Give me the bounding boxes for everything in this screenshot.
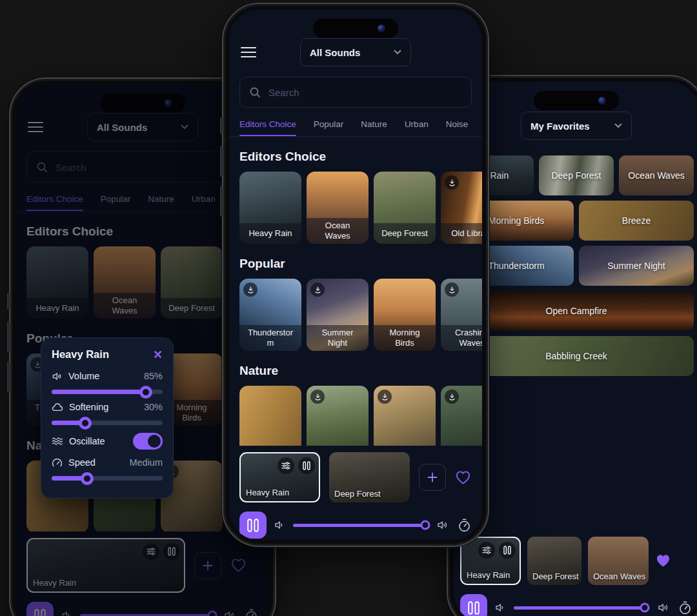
download-badge[interactable] [310, 283, 325, 297]
volume-knob[interactable] [420, 521, 430, 530]
search-bar[interactable] [239, 77, 472, 108]
active-sound-card[interactable]: Deep Forest [329, 452, 410, 502]
sound-settings-button[interactable] [478, 542, 495, 559]
favorite-card[interactable]: Deep Forest [539, 155, 614, 195]
sound-pause-button[interactable] [499, 542, 516, 559]
download-badge[interactable] [243, 283, 258, 297]
search-input[interactable] [267, 86, 462, 99]
add-sound-button[interactable] [419, 464, 446, 491]
slider-knob[interactable] [79, 417, 92, 430]
tab-nature[interactable]: Nature [361, 119, 387, 136]
menu-bar [241, 56, 256, 58]
speed-icon [52, 458, 63, 468]
volume-down-button[interactable] [7, 361, 10, 392]
dynamic-island [534, 91, 619, 110]
favorite-card[interactable]: Open Campfire [459, 291, 694, 331]
download-icon [449, 393, 456, 401]
download-icon [449, 179, 456, 186]
favorite-card-label: Thunderstorm [488, 261, 544, 271]
active-sound-card[interactable]: Deep Forest [527, 537, 581, 585]
active-sound-card[interactable]: Heavy Rain [460, 537, 521, 585]
play-pause-button[interactable] [460, 594, 487, 616]
master-volume-slider[interactable] [514, 606, 650, 610]
volume-slider[interactable] [52, 390, 163, 394]
section-title: Popular [239, 257, 472, 271]
download-icon [381, 393, 389, 401]
favorite-button[interactable] [455, 470, 471, 485]
action-button[interactable] [7, 293, 10, 310]
collection-selector-value: All Sounds [310, 47, 360, 58]
volume-low-icon [495, 602, 506, 613]
control-label: Softening [69, 402, 138, 412]
equalizer-icon [482, 546, 491, 554]
popup-control-row: Softening30% [52, 402, 163, 412]
active-card-controls [278, 457, 315, 474]
sound-card-label: Thunderstorm [239, 325, 301, 352]
favorite-card[interactable]: Summer Night [579, 246, 694, 286]
tab-editors-choice[interactable]: Editors Choice [239, 119, 296, 136]
slider-knob[interactable] [139, 386, 152, 399]
sound-card-row: ThunderstormSummer NightMorning BirdsCra… [229, 279, 482, 351]
download-badge[interactable] [378, 390, 392, 404]
volume-knob[interactable] [640, 603, 649, 613]
sound-card[interactable]: Old Library [441, 172, 482, 244]
softening-slider[interactable] [52, 421, 163, 425]
volume-fill [293, 524, 425, 527]
sound-pause-button[interactable] [298, 457, 315, 474]
collection-selector[interactable]: All Sounds [300, 38, 411, 66]
volume-down-button[interactable] [220, 186, 223, 217]
download-badge[interactable] [445, 390, 459, 404]
volume-high-icon [437, 520, 449, 530]
sound-card-label: Summer Night [307, 325, 369, 352]
favorite-card[interactable]: Babbling Creek [459, 336, 694, 376]
sound-card[interactable]: Morning Birds [374, 279, 436, 351]
heart-filled-icon [655, 553, 671, 568]
tab-popular[interactable]: Popular [314, 119, 344, 136]
sound-card[interactable]: Heavy Rain [239, 172, 301, 244]
volume-up-button[interactable] [7, 321, 10, 352]
popup-header: Heavy Rain✕ [52, 348, 163, 361]
master-volume-slider[interactable] [293, 524, 429, 527]
close-icon[interactable]: ✕ [153, 349, 163, 361]
play-pause-button[interactable] [239, 512, 267, 539]
download-badge[interactable] [310, 390, 325, 404]
speed-slider[interactable] [52, 476, 163, 481]
playback-bar [239, 510, 472, 540]
favorite-card[interactable]: Breeze [579, 201, 694, 241]
sound-card[interactable]: Ocean Waves [307, 172, 369, 244]
active-sound-card[interactable]: Heavy Rain [239, 452, 320, 502]
control-label: Volume [68, 371, 138, 381]
tab-noise[interactable]: Noise [446, 119, 469, 136]
sound-settings-button[interactable] [278, 457, 294, 474]
favorite-card-label: Morning Birds [489, 215, 544, 226]
active-sound-card[interactable]: Ocean Waves [588, 537, 649, 585]
pause-icon [503, 546, 511, 555]
tab-urban[interactable]: Urban [405, 119, 429, 136]
sound-card-label: Crashing Waves [441, 325, 482, 352]
download-badge[interactable] [445, 175, 459, 190]
dynamic-island [313, 19, 398, 38]
sleep-timer-icon[interactable] [457, 518, 472, 533]
app-screen: All SoundsEditors ChoicePopularNatureUrb… [229, 10, 482, 540]
action-button[interactable] [220, 117, 223, 134]
oscillate-toggle[interactable] [133, 433, 163, 450]
download-badge[interactable] [445, 283, 459, 297]
menu-bar [241, 47, 256, 49]
slider-knob[interactable] [81, 472, 94, 485]
favorites-grid: Heavy RainDeep ForestOcean WavesMorning … [454, 155, 697, 376]
active-sound-label: Deep Forest [532, 571, 579, 581]
popup-control-row: Oscillate [52, 433, 163, 450]
sound-card[interactable]: Summer Night [307, 279, 369, 351]
favorite-card[interactable]: Ocean Waves [619, 155, 694, 195]
control-value: 85% [144, 371, 163, 381]
collection-selector[interactable]: My Favorites [521, 112, 632, 140]
volume-up-button[interactable] [220, 146, 223, 177]
cloud-icon [52, 402, 63, 412]
equalizer-icon [281, 462, 290, 470]
sound-card[interactable]: Crashing Waves [441, 279, 482, 351]
sound-card[interactable]: Thunderstorm [239, 279, 301, 351]
sleep-timer-icon[interactable] [678, 601, 692, 615]
menu-button[interactable] [241, 44, 256, 61]
sound-card[interactable]: Deep Forest [374, 172, 436, 244]
favorite-button[interactable] [655, 553, 671, 568]
